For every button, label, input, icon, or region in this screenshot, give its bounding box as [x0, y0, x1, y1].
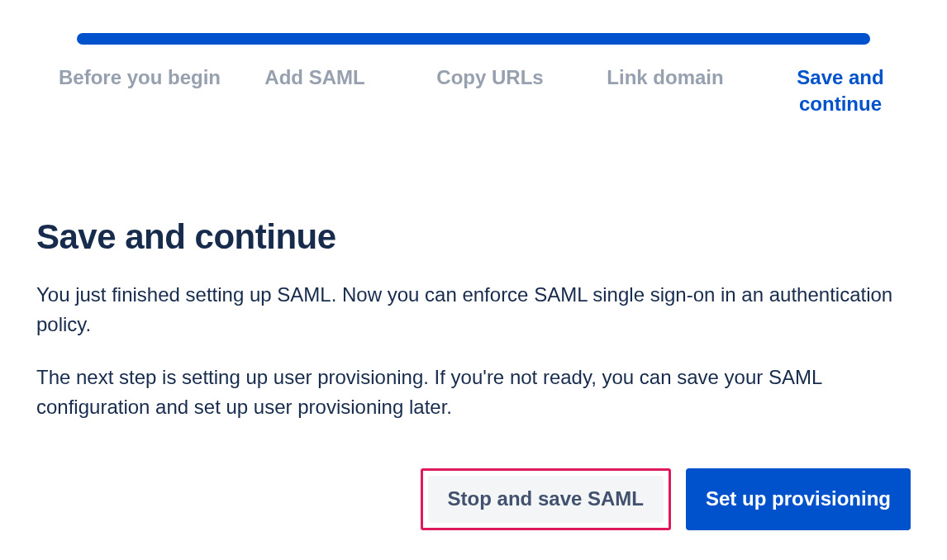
intro-paragraph-1: You just finished setting up SAML. Now y… [36, 280, 911, 339]
page-content: Save and continue You just finished sett… [33, 217, 914, 530]
step-before-you-begin: Before you begin [52, 64, 227, 118]
step-label: Save and continue [797, 66, 883, 115]
set-up-provisioning-button[interactable]: Set up provisioning [686, 468, 911, 530]
step-save-and-continue: Save and continue [753, 64, 928, 118]
progress-bar-fill [77, 33, 870, 45]
stop-and-save-button[interactable]: Stop and save SAML [428, 476, 664, 523]
step-label: Link domain [607, 66, 723, 88]
progress-stepper: Before you begin Add SAML Copy URLs Link… [52, 33, 895, 118]
intro-paragraph-2: The next step is setting up user provisi… [36, 363, 911, 422]
step-label: Add SAML [264, 66, 364, 88]
step-label: Before you begin [59, 66, 221, 88]
step-copy-urls: Copy URLs [402, 64, 578, 118]
stepper-labels: Before you begin Add SAML Copy URLs Link… [52, 64, 928, 118]
highlight-annotation: Stop and save SAML [421, 468, 671, 530]
step-label: Copy URLs [436, 66, 543, 88]
action-buttons: Stop and save SAML Set up provisioning [36, 468, 911, 530]
page-title: Save and continue [36, 217, 911, 257]
step-link-domain: Link domain [578, 64, 753, 118]
step-add-saml: Add SAML [227, 64, 402, 118]
